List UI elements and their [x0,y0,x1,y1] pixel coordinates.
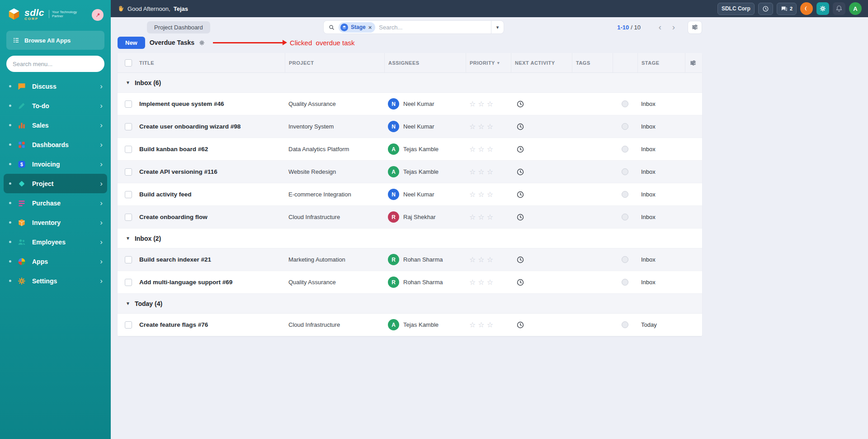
next-activity-clock-icon[interactable] [516,191,524,199]
company-button[interactable]: SDLC Corp [717,3,755,15]
messages-button[interactable]: 2 [777,3,797,15]
sidebar-item-employees[interactable]: Employees › [4,232,107,252]
table-row[interactable]: Build search indexer #21 Marketing Autom… [118,248,702,271]
column-next-activity[interactable]: NEXT ACTIVITY [511,53,572,72]
settings-gear-button[interactable] [816,2,829,15]
row-checkbox[interactable] [125,279,132,286]
star-icon[interactable]: ☆ [469,167,476,176]
collapse-triangle-icon[interactable]: ▼ [126,236,130,241]
star-icon[interactable]: ☆ [487,122,493,131]
table-row[interactable]: Create API versioning #116 Website Redes… [118,161,702,183]
next-page-button[interactable]: › [668,21,679,33]
next-activity-clock-icon[interactable] [516,213,524,221]
star-icon[interactable]: ☆ [487,213,493,221]
view-gear-icon[interactable] [198,39,205,46]
star-icon[interactable]: ☆ [478,100,484,108]
group-header-inbox-6-[interactable]: ▼ Inbox (6) [118,73,702,93]
sidebar-item-to-do[interactable]: To-do › [4,96,107,115]
status-dot-icon[interactable] [622,168,628,175]
star-icon[interactable]: ☆ [469,190,476,199]
table-row[interactable]: Create feature flags #76 Cloud Infrastru… [118,314,702,336]
status-dot-icon[interactable] [622,100,628,107]
star-icon[interactable]: ☆ [469,255,476,264]
task-title[interactable]: Build search indexer #21 [136,256,285,263]
sidebar-item-sales[interactable]: Sales › [4,115,107,135]
sidebar-item-settings[interactable]: Settings › [4,271,107,291]
star-icon[interactable]: ☆ [487,255,493,264]
notifications-button[interactable] [833,2,845,15]
row-checkbox[interactable] [125,100,132,108]
breadcrumb[interactable]: Project Dashboard [147,21,210,33]
sidebar-item-apps[interactable]: Apps › [4,252,107,271]
next-activity-clock-icon[interactable] [516,100,524,108]
star-icon[interactable]: ☆ [487,320,493,329]
table-row[interactable]: Implement queue system #46 Quality Assur… [118,93,702,115]
star-icon[interactable]: ☆ [469,278,476,286]
star-icon[interactable]: ☆ [487,145,493,153]
search-dropdown-caret[interactable]: ▾ [491,21,504,33]
table-row[interactable]: Build kanban board #62 Data Analytics Pl… [118,138,702,161]
star-icon[interactable]: ☆ [478,278,484,286]
star-icon[interactable]: ☆ [478,320,484,329]
star-icon[interactable]: ☆ [478,122,484,131]
collapse-triangle-icon[interactable]: ▼ [126,80,130,85]
column-tags[interactable]: TAGS [572,53,613,72]
sidebar-item-discuss[interactable]: Discuss › [4,76,107,96]
task-title[interactable]: Create feature flags #76 [136,321,285,328]
status-dot-icon[interactable] [622,279,628,286]
status-dot-icon[interactable] [622,146,628,153]
sidebar-item-inventory[interactable]: Inventory › [4,213,107,232]
table-row[interactable]: Create user onboarding wizard #98 Invent… [118,115,702,138]
new-task-button[interactable]: New [118,37,145,49]
star-icon[interactable]: ☆ [487,190,493,199]
status-dot-icon[interactable] [622,256,628,263]
collapse-triangle-icon[interactable]: ▼ [126,301,130,306]
row-checkbox[interactable] [125,191,132,198]
row-checkbox[interactable] [125,321,132,329]
task-title[interactable]: Create onboarding flow [136,214,285,220]
star-icon[interactable]: ☆ [478,167,484,176]
task-title[interactable]: Implement queue system #46 [136,100,285,107]
status-toggle-button[interactable] [800,2,813,15]
sidebar-item-dashboards[interactable]: Dashboards › [4,135,107,154]
next-activity-clock-icon[interactable] [516,278,524,286]
sidebar-item-invoicing[interactable]: $ Invoicing › [4,154,107,174]
row-checkbox[interactable] [125,123,132,130]
next-activity-clock-icon[interactable] [516,145,524,153]
pin-sidebar-button[interactable] [92,9,104,21]
row-checkbox[interactable] [125,256,132,263]
task-title[interactable]: Create user onboarding wizard #98 [136,123,285,130]
task-title[interactable]: Add multi-language support #69 [136,279,285,286]
star-icon[interactable]: ☆ [469,145,476,153]
next-activity-clock-icon[interactable] [516,168,524,176]
star-icon[interactable]: ☆ [478,213,484,221]
browse-all-apps-button[interactable]: Browse All Apps [6,31,104,50]
sidebar-item-purchase[interactable]: Purchase › [4,193,107,213]
table-row[interactable]: Build activity feed E-commerce Integrati… [118,183,702,206]
sliders-icon[interactable] [689,59,697,67]
sidebar-search-input[interactable] [6,56,104,72]
star-icon[interactable]: ☆ [478,145,484,153]
table-row[interactable]: Create onboarding flow Cloud Infrastruct… [118,206,702,229]
group-header-today-4-[interactable]: ▼ Today (4) [118,294,702,314]
column-assignees[interactable]: ASSIGNEES [384,53,466,72]
next-activity-clock-icon[interactable] [516,321,524,329]
column-title[interactable]: TITLE [136,53,285,72]
search-input[interactable] [375,24,491,31]
status-dot-icon[interactable] [622,123,628,130]
row-checkbox[interactable] [125,214,132,221]
sidebar-item-project[interactable]: Project › [4,174,107,193]
task-title[interactable]: Create API versioning #116 [136,168,285,175]
prev-page-button[interactable]: ‹ [654,21,666,33]
star-icon[interactable]: ☆ [487,100,493,108]
table-row[interactable]: Add multi-language support #69 Quality A… [118,271,702,294]
status-dot-icon[interactable] [622,191,628,198]
column-priority[interactable]: PRIORITY▾ [466,53,511,72]
star-icon[interactable]: ☆ [469,213,476,221]
star-icon[interactable]: ☆ [487,167,493,176]
star-icon[interactable]: ☆ [478,190,484,199]
row-checkbox[interactable] [125,146,132,153]
group-header-inbox-2-[interactable]: ▼ Inbox (2) [118,229,702,248]
next-activity-clock-icon[interactable] [516,256,524,264]
column-project[interactable]: PROJECT [285,53,384,72]
